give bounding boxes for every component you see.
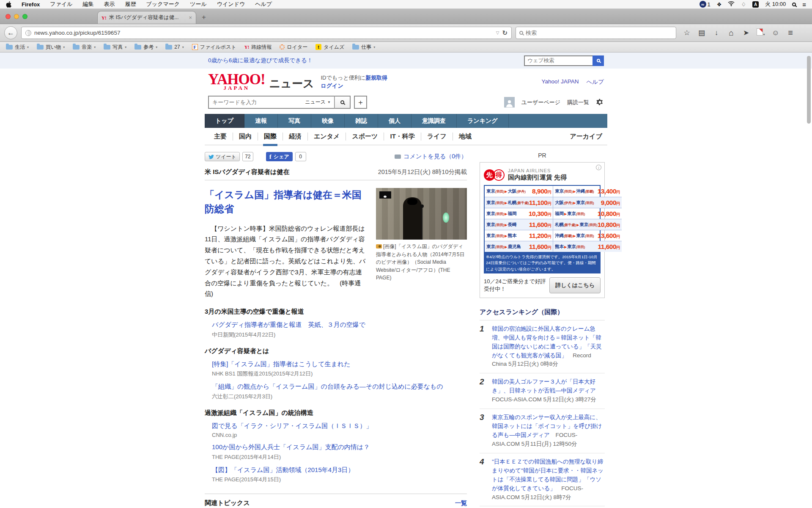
subnav-domestic[interactable]: 国内: [233, 133, 258, 141]
article-photo[interactable]: [376, 188, 467, 240]
subnav-it-science[interactable]: IT・科学: [384, 133, 420, 141]
tweet-count[interactable]: 72: [242, 152, 253, 161]
fare-cell[interactable]: 熊本▶東京(羽田)11,600円: [553, 241, 622, 252]
pdf-addon-icon[interactable]: ▾: [757, 28, 765, 38]
back-button[interactable]: ←: [4, 26, 17, 39]
nav-tab-personal[interactable]: 個人: [378, 114, 411, 128]
yahoo-news-logo[interactable]: YAHOO!JAPAN ニュース: [208, 74, 314, 90]
ad-info-icon[interactable]: i: [596, 165, 601, 170]
add-search-button[interactable]: ＋: [354, 96, 367, 109]
menu-help[interactable]: ヘルプ: [255, 0, 272, 8]
nav-tab-ranking[interactable]: ランキング: [457, 114, 509, 128]
hamburger-menu-icon[interactable]: ≡: [786, 28, 795, 38]
gear-icon[interactable]: [596, 98, 604, 106]
tab-close-icon[interactable]: ×: [189, 14, 192, 21]
related-link[interactable]: [特集]「イスラム国」指導者はこうして生まれた: [212, 359, 467, 369]
comments-link[interactable]: コメントを見る（0件）: [395, 153, 467, 160]
bookmark-times[interactable]: tタイムズ: [315, 44, 344, 51]
pocket-icon[interactable]: ➤: [742, 28, 750, 37]
nav-tab-poll[interactable]: 意識調査: [411, 114, 457, 128]
nav-tab-magazine[interactable]: 雑誌: [345, 114, 378, 128]
bookmark-folder-life[interactable]: 生活▾: [6, 44, 29, 51]
news-search-box[interactable]: ニュース▼: [208, 96, 335, 109]
creative-cloud-icon[interactable]: ∞1: [700, 1, 710, 8]
fare-cell[interactable]: 東京(羽田)▶長崎11,600円: [485, 219, 553, 230]
browser-tab[interactable]: Y! 米 ISバグダディ容疑者は健... ×: [97, 11, 196, 24]
search-scope-select[interactable]: ニュース▼: [305, 99, 334, 106]
bookmark-folder-shopping[interactable]: 買い物▾: [37, 44, 65, 51]
user-avatar[interactable]: [504, 97, 515, 108]
menubar-clock[interactable]: 火 10:00: [765, 0, 786, 8]
web-search-button[interactable]: [593, 55, 604, 66]
new-tab-button[interactable]: +: [196, 11, 211, 24]
photo-caption[interactable]: [画像]「イスラム国」のバグダディ指導者とみられる人物（2014年7月5日のビデ…: [376, 243, 467, 282]
fare-cell[interactable]: 東京(羽田)▶札幌(新千歳)11,100円: [485, 197, 553, 208]
menu-firefox[interactable]: Firefox: [22, 1, 40, 8]
dropbox-icon[interactable]: ❖: [717, 1, 722, 8]
related-link[interactable]: 「組織」の観点から「イスラーム国」の台頭をみる―その封じ込めに必要なもの: [212, 382, 467, 392]
browser-search-field[interactable]: [516, 27, 676, 39]
wifi-icon[interactable]: [728, 1, 735, 8]
browser-search-input[interactable]: [526, 30, 672, 36]
subnav-life[interactable]: ライフ: [421, 133, 453, 141]
news-search-button[interactable]: [335, 96, 351, 109]
subscriptions-link[interactable]: 購読一覧: [567, 99, 589, 106]
register-link[interactable]: 新規取得: [365, 75, 387, 81]
reading-list-icon[interactable]: ▤: [697, 28, 706, 37]
menu-window[interactable]: ウインドウ: [217, 0, 245, 8]
bookmark-reuters[interactable]: ロイター: [280, 44, 307, 51]
subnav-sports[interactable]: スポーツ: [346, 133, 384, 141]
apple-menu-icon[interactable]: [6, 1, 11, 8]
fare-cell[interactable]: 沖縄(那覇)▶東京(羽田)13,600円: [553, 230, 622, 241]
promo-link[interactable]: 0歳から6歳に最適な遊びで成長できる！: [208, 57, 313, 64]
urlbar-dropdown-icon[interactable]: ▽: [496, 30, 499, 35]
fare-cell[interactable]: 東京(羽田)▶熊本11,200円: [485, 230, 553, 241]
related-link[interactable]: 100か国から外国人兵士「イスラム国」支配の内情は？: [212, 442, 467, 452]
archive-link[interactable]: アーカイブ: [570, 133, 604, 141]
fare-cell[interactable]: 大阪(伊丹)▶東京(羽田)9,000円: [553, 197, 622, 208]
bookmark-folder-photo[interactable]: 写真▾: [104, 44, 126, 51]
forum-addon-icon[interactable]: ☺: [771, 29, 780, 37]
bookmark-filepost[interactable]: Fファイルポスト: [192, 44, 236, 51]
subnav-region[interactable]: 地域: [453, 133, 477, 141]
bookmark-folder-27[interactable]: 27▾: [165, 44, 184, 50]
input-source-icon[interactable]: A: [752, 1, 759, 8]
topics-more-link[interactable]: 一覧: [455, 500, 467, 507]
login-link[interactable]: ログイン: [321, 82, 388, 90]
related-link[interactable]: 【図】「イスラム国」活動領域（2015年4月3日）: [212, 465, 467, 475]
reload-icon[interactable]: ↻: [502, 29, 508, 37]
ad-cta-button[interactable]: 詳しくはこちら: [549, 277, 601, 293]
nav-tab-flash[interactable]: 速報: [244, 114, 278, 128]
downloads-icon[interactable]: ↓: [712, 29, 721, 37]
fare-cell[interactable]: 東京(羽田)▶沖縄(那覇)13,400円: [553, 186, 622, 197]
web-search-input[interactable]: [524, 55, 593, 66]
notification-center-icon[interactable]: ≡: [802, 1, 806, 8]
article-headline[interactable]: 「イスラム国」指導者は健在＝米国防総省: [205, 188, 367, 216]
nav-tab-photo[interactable]: 写真: [278, 114, 311, 128]
home-icon[interactable]: ⌂: [727, 28, 735, 38]
menu-file[interactable]: ファイル: [50, 0, 72, 8]
nav-tab-video[interactable]: 映像: [311, 114, 345, 128]
nav-tab-top[interactable]: トップ: [205, 114, 244, 128]
close-window-button[interactable]: [5, 14, 11, 19]
fare-cell[interactable]: 福岡▶東京(羽田)10,800円: [553, 208, 622, 219]
user-page-link[interactable]: ユーザーページ: [521, 99, 560, 106]
menu-view[interactable]: 表示: [104, 0, 115, 8]
battery-icon[interactable]: ♢: [741, 1, 746, 8]
tweet-button[interactable]: ツイート: [205, 152, 240, 161]
minimize-window-button[interactable]: [14, 14, 19, 19]
fare-cell[interactable]: 東京(羽田)▶鹿児島11,600円: [485, 241, 553, 252]
jal-ad[interactable]: i 先得 JAPAN AIRLINES 国内線割引運賃 先得 東京(羽田)▶大阪…: [480, 162, 605, 298]
ranking-link[interactable]: 東京五輪のスポンサー収入が史上最高に、韓国ネットには「ボイコット」を呼び掛ける声…: [492, 414, 602, 438]
related-link[interactable]: バグダディ指導者が重傷と報道 英紙、３月の空爆で: [212, 320, 467, 330]
menu-edit[interactable]: 編集: [83, 0, 94, 8]
help-link[interactable]: ヘルプ: [587, 78, 604, 86]
spotlight-icon[interactable]: [792, 3, 796, 6]
subnav-international[interactable]: 国際: [258, 133, 283, 141]
zoom-window-button[interactable]: [22, 14, 27, 19]
menu-bookmarks[interactable]: ブックマーク: [146, 0, 180, 8]
fare-cell[interactable]: 東京(羽田)▶大阪(伊丹)8,900円: [485, 186, 553, 197]
bookmark-folder-music[interactable]: 音楽▾: [73, 44, 96, 51]
bookmark-transit[interactable]: Y!路線情報: [244, 44, 272, 51]
fare-cell[interactable]: 東京(羽田)▶福岡10,300円: [485, 208, 553, 219]
